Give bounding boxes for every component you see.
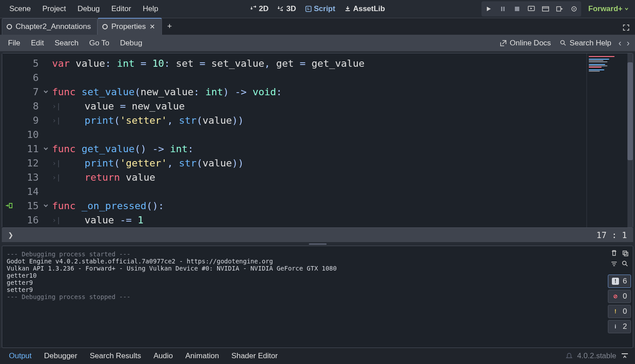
editor-status-bar: ❯ 17 : 1 [2,228,633,242]
movie-maker-button[interactable] [538,2,553,16]
search-help-label: Search Help [570,39,611,48]
run-current-button[interactable] [524,2,538,16]
code-line[interactable]: func _on_pressed(): [52,198,586,213]
code-line[interactable] [52,184,586,198]
svg-rect-1 [501,7,502,11]
menu-project[interactable]: Project [36,0,72,17]
message-count-toggle[interactable]: ! 6 [608,275,631,288]
bottom-tab-debugger[interactable]: Debugger [38,349,84,363]
nav-forward-button[interactable]: › [624,36,632,50]
minimap[interactable] [586,53,627,227]
info-count-toggle[interactable]: i 2 [608,320,631,333]
play-scene-button[interactable] [553,2,567,16]
search-help-button[interactable]: Search Help [555,36,616,50]
nav-back-button[interactable]: ‹ [616,36,624,50]
view-assetlib-button[interactable]: AssetLib [340,2,389,16]
line-number: 16 [25,214,43,226]
output-log[interactable]: --- Debugging process started ---Godot E… [2,246,606,348]
script-goto-menu[interactable]: Go To [84,36,115,50]
collapse-panel-button[interactable] [621,352,629,360]
line-number: 5 [25,58,43,69]
svg-rect-10 [623,251,627,255]
new-tab-button[interactable]: + [162,18,178,35]
output-sidebar: ! 6 ⊘ 0 ! 0 i 2 [606,246,633,348]
panel-splitter[interactable] [0,242,635,246]
filter-output-button[interactable] [610,259,618,268]
view-assetlib-label: AssetLib [353,4,385,13]
fold-icon[interactable] [43,146,52,151]
warning-count: 0 [623,307,627,316]
view-script-button[interactable]: Script [300,2,340,16]
code-line[interactable]: ›| print('setter', str(value)) [52,113,586,127]
download-icon [344,5,351,12]
bottom-tab-search-results[interactable]: Search Results [84,349,147,363]
line-gutter: 5678910111213141516 [2,53,52,227]
script-file-menu[interactable]: File [3,36,25,50]
cursor-position: 17 : 1 [596,230,627,240]
code-line[interactable]: ›| value = new_value [52,99,586,113]
online-docs-button[interactable]: Online Docs [495,36,555,50]
bottom-tab-audio[interactable]: Audio [147,349,179,363]
code-line[interactable]: var value: int = 10: set = set_value, ge… [52,56,586,70]
code-line[interactable]: func set_value(new_value: int) -> void: [52,85,586,99]
fold-icon[interactable] [43,203,52,208]
code-line[interactable] [52,70,586,85]
output-line: Godot Engine v4.0.2.stable.official.7a09… [7,258,602,265]
tab-properties[interactable]: Properties ✕ [97,18,162,35]
output-line: getter10 [7,272,602,279]
output-panel: --- Debugging process started ---Godot E… [2,246,633,348]
bottom-tab-animation[interactable]: Animation [179,349,225,363]
status-prompt: ❯ [8,230,13,240]
warning-count-toggle[interactable]: ! 0 [608,305,631,318]
code-line[interactable]: ›| print('getter', str(value)) [52,156,586,170]
output-line: --- Debugging process started --- [7,251,602,258]
line-number: 11 [25,143,43,154]
search-help-icon [560,40,567,47]
scrollbar[interactable] [627,53,633,227]
stop-button[interactable] [510,2,524,16]
menu-editor[interactable]: Editor [105,0,137,17]
code-editor[interactable]: 5678910111213141516 var value: int = 10:… [2,53,633,228]
svg-point-12 [623,261,626,265]
code-line[interactable]: func get_value() -> int: [52,142,586,156]
node-icon [102,24,108,29]
clear-output-button[interactable] [610,249,618,258]
menu-scene[interactable]: Scene [4,0,36,17]
code-body[interactable]: var value: int = 10: set = set_value, ge… [52,53,586,227]
view-3d-button[interactable]: 3D [273,2,301,16]
menu-help[interactable]: Help [137,0,164,17]
playback-controls: Forward+ [481,1,631,16]
fold-icon[interactable] [43,89,52,94]
menu-debug[interactable]: Debug [72,0,105,17]
render-settings-button[interactable] [567,2,581,16]
close-tab-icon[interactable]: ✕ [150,23,155,31]
code-line[interactable]: ›| return value [52,170,586,184]
script-debug-menu[interactable]: Debug [115,36,148,50]
search-output-button[interactable] [621,259,629,268]
tab-chapter2-annotations[interactable]: Chapter2_Annotations [2,18,97,35]
expand-button[interactable] [617,20,635,35]
notification-bell-icon[interactable] [566,352,573,360]
svg-point-9 [561,40,564,44]
code-line[interactable] [52,127,586,142]
pause-button[interactable] [496,2,510,16]
renderer-dropdown[interactable]: Forward+ [586,2,631,16]
script-menubar: File Edit Search Go To Debug Online Docs… [0,35,635,52]
line-number: 15 [25,200,43,211]
view-script-label: Script [314,4,335,13]
script-search-menu[interactable]: Search [49,36,84,50]
document-tabs: Chapter2_Annotations Properties ✕ + [0,18,635,35]
expand-icon [623,24,630,31]
bottom-tab-output[interactable]: Output [3,349,38,363]
error-count-toggle[interactable]: ⊘ 0 [608,290,631,303]
view-2d-button[interactable]: 2D [246,2,273,16]
line-number: 6 [25,72,43,83]
copy-output-button[interactable] [621,249,629,258]
script-edit-menu[interactable]: Edit [25,36,49,50]
svg-rect-6 [557,7,561,11]
play-button[interactable] [481,2,496,16]
view-3d-label: 3D [287,4,296,13]
message-icon: ! [612,278,619,285]
bottom-tab-shader-editor[interactable]: Shader Editor [225,349,284,363]
code-line[interactable]: ›| value -= 1 [52,213,586,227]
